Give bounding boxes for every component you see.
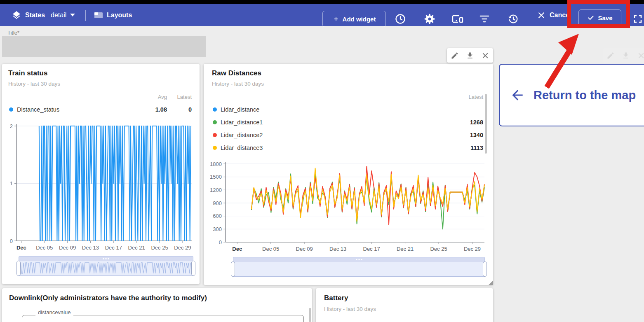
svg-text:Dec: Dec	[16, 245, 26, 251]
svg-text:Dec 09: Dec 09	[59, 245, 76, 251]
battery-title: Battery	[324, 294, 348, 302]
svg-text:Dec 05: Dec 05	[262, 246, 279, 252]
legend-item-lidar-distance2[interactable]: Lidar_distance2	[213, 132, 263, 138]
save-button[interactable]: Save	[578, 9, 621, 26]
svg-text:Dec 29: Dec 29	[464, 246, 481, 252]
add-widget-button[interactable]: Add widget	[322, 11, 386, 27]
slider-handle-right[interactable]	[483, 261, 487, 277]
fullscreen-icon[interactable]	[633, 14, 643, 24]
edit-pencil-icon[interactable]	[449, 49, 461, 62]
series-dot	[213, 146, 217, 150]
state-value[interactable]: detail	[51, 12, 66, 19]
svg-text:Dec 25: Dec 25	[430, 246, 447, 252]
svg-text:0: 0	[219, 239, 222, 245]
svg-text:1800: 1800	[210, 161, 222, 167]
widget-resize-handle[interactable]	[489, 280, 493, 285]
svg-text:Dec 13: Dec 13	[82, 245, 99, 251]
plus-icon	[333, 16, 339, 22]
avg-value: 1.08	[148, 106, 167, 113]
widget-actions-toolbar	[447, 48, 493, 63]
check-icon	[587, 14, 595, 21]
history-restore-icon[interactable]	[508, 13, 519, 25]
svg-text:Dec 05: Dec 05	[36, 245, 53, 251]
train-status-title: Train status	[8, 69, 47, 77]
svg-text:Dec: Dec	[232, 246, 242, 252]
toolbar-divider	[85, 10, 86, 21]
downlink-scrollbar[interactable]	[309, 308, 311, 322]
slider-handle-right[interactable]	[191, 261, 195, 276]
return-to-map-button[interactable]: Return to the map	[499, 64, 644, 126]
svg-text:1500: 1500	[210, 174, 222, 180]
svg-text:Dec 29: Dec 29	[174, 245, 191, 251]
svg-text:1200: 1200	[210, 187, 222, 193]
latest-column-header: Latest	[169, 94, 192, 100]
dashboard-edit-page: States detail Layouts Add widget	[0, 0, 644, 322]
legend-label: Lidar_distance3	[221, 145, 263, 151]
cancel-label: Cancel	[550, 12, 571, 19]
close-widget-icon[interactable]	[479, 49, 491, 62]
add-widget-label: Add widget	[343, 16, 376, 23]
close-icon	[537, 11, 545, 19]
battery-subtitle: History - last 30 days	[324, 306, 376, 312]
svg-text:2: 2	[10, 123, 13, 129]
latest-value: 1268	[450, 119, 483, 126]
layouts-label: Layouts	[107, 12, 132, 19]
states-label: States	[25, 12, 45, 19]
series-dot	[9, 107, 13, 112]
legend-label: Lidar_distance1	[221, 119, 263, 126]
save-label: Save	[598, 14, 612, 21]
svg-text:300: 300	[213, 226, 222, 232]
slider-handle-left[interactable]	[231, 261, 235, 277]
slider-handle-left[interactable]	[16, 261, 21, 276]
legend-item-lidar-distance3[interactable]: Lidar_distance3	[213, 145, 263, 151]
layouts-icon	[94, 12, 103, 19]
time-window-clock-icon[interactable]	[395, 13, 406, 25]
dashboard-title-input[interactable]	[2, 36, 206, 57]
widget-actions-toolbar-disabled	[603, 48, 644, 63]
layouts-button[interactable]: Layouts	[94, 4, 132, 26]
train-status-chart[interactable]: 012DecDec 05Dec 09Dec 13Dec 17Dec 21Dec …	[2, 120, 200, 254]
svg-text:Dec 17: Dec 17	[105, 245, 122, 251]
slider-window[interactable]	[233, 262, 485, 277]
manage-devices-icon[interactable]	[451, 14, 464, 25]
series-dot	[213, 120, 217, 124]
legend-label: Lidar_distance2	[221, 132, 263, 138]
filter-icon[interactable]	[479, 15, 490, 23]
slider-window[interactable]	[19, 261, 193, 276]
distancevalue-input[interactable]	[22, 315, 304, 322]
series-dot	[213, 133, 217, 137]
train-time-slider[interactable]	[19, 256, 193, 276]
latest-value: 0	[169, 106, 192, 113]
svg-text:Dec 13: Dec 13	[329, 246, 346, 252]
states-menu[interactable]: States detail	[12, 4, 75, 26]
top-black-strip	[0, 0, 644, 4]
raw-distances-chart[interactable]: 0300600900120015001800DecDec 05Dec 09Dec…	[204, 159, 493, 254]
latest-value: 1340	[450, 132, 483, 138]
legend-item-lidar-distance[interactable]: Lidar_distance	[213, 106, 259, 113]
edit-pencil-icon	[604, 49, 617, 62]
slider-grip-icon	[103, 258, 109, 259]
download-icon[interactable]	[464, 49, 476, 62]
legend-scrollbar[interactable]	[485, 94, 487, 154]
legend-item-lidar-distance1[interactable]: Lidar_distance1	[213, 119, 263, 126]
settings-gear-icon[interactable]	[424, 13, 435, 25]
return-to-map-label: Return to the map	[534, 89, 636, 102]
dashboard-title-label: Title*	[7, 30, 19, 36]
legend-item-distance-status[interactable]: Distance_status	[9, 106, 59, 113]
svg-text:900: 900	[213, 200, 222, 206]
slider-mini-chart	[19, 261, 192, 275]
slider-drag-strip[interactable]	[233, 257, 485, 262]
slider-drag-strip[interactable]	[19, 256, 193, 261]
toolbar-divider-2	[530, 10, 530, 21]
raw-distances-title: Raw Distances	[212, 69, 261, 77]
dashboard-toolbar: States detail Layouts Add widget	[0, 4, 644, 26]
svg-text:600: 600	[213, 213, 222, 219]
raw-time-slider[interactable]	[233, 257, 485, 277]
layers-icon	[12, 10, 21, 20]
svg-text:Dec 17: Dec 17	[363, 246, 380, 252]
cancel-button[interactable]: Cancel	[537, 4, 571, 26]
distancevalue-label: distancevalue	[35, 309, 73, 315]
download-icon	[620, 49, 632, 62]
battery-widget	[316, 288, 493, 322]
svg-text:0: 0	[10, 238, 13, 244]
